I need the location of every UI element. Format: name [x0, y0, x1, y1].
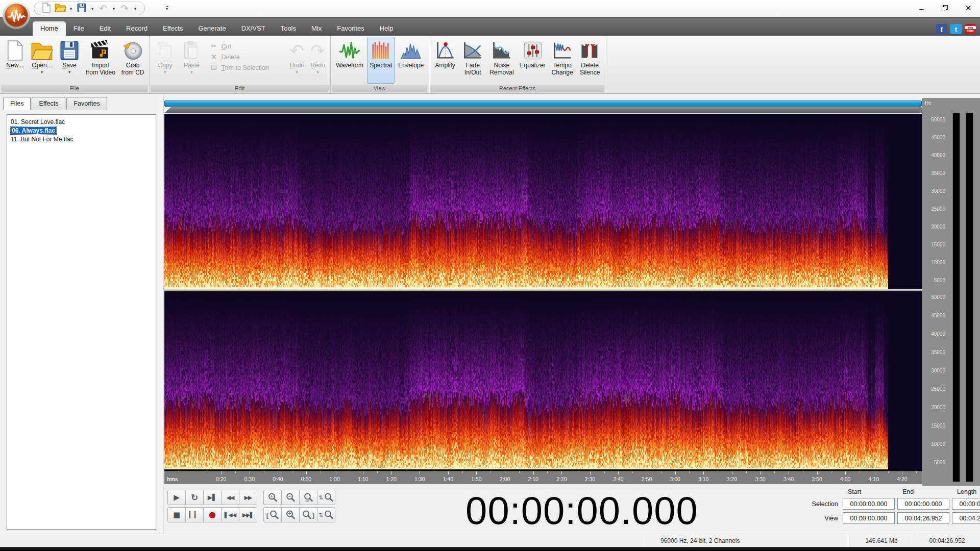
transport-stop-button[interactable]: ■ — [167, 507, 186, 522]
transport-go-to-start-button[interactable]: ▌◀◀ — [221, 507, 239, 522]
ribbon-tab-home[interactable]: Home — [33, 21, 66, 36]
ribbon-tab-dxvst[interactable]: DX/VST — [234, 21, 273, 36]
ribbon-button-delete[interactable]: ✕Delete — [210, 54, 281, 61]
waveform-icon — [338, 39, 361, 62]
ribbon-button-import-from-video[interactable]: Importfrom Video — [83, 37, 118, 84]
ribbon-button-fade-in-out[interactable]: FadeIn/Out — [459, 37, 486, 84]
toolbar-options-icon: ▾ — [166, 6, 168, 11]
transport-pause-button[interactable]: ▎▎ — [185, 507, 204, 522]
ribbon-button-paste[interactable]: Paste▾ — [179, 37, 204, 84]
undo-dropdown-arrow[interactable]: ▾ — [296, 70, 298, 74]
zoom-vertical-out-button[interactable]: ⇅ — [317, 507, 335, 522]
file-list[interactable]: 01. Secret Love.flac06. Always.flac11. B… — [7, 114, 156, 530]
file-list-item[interactable]: 11. But Not For Me.flac — [9, 135, 154, 143]
ribbon-button-equalizer[interactable]: Equalizer — [518, 37, 548, 84]
file-list-item[interactable]: 06. Always.flac — [9, 126, 154, 135]
selection-end-field[interactable] — [897, 498, 949, 510]
play-to-end-icon: ▶▌ — [208, 494, 217, 500]
time-display: 00:00:00.000 — [434, 489, 730, 532]
view-end-field[interactable] — [897, 512, 949, 524]
zoom-100-button[interactable]: 100 — [299, 490, 317, 505]
ribbon-tab-edit[interactable]: Edit — [92, 21, 118, 36]
toolbar-options-button[interactable]: ▾ — [161, 3, 173, 13]
zoom-selection-button[interactable]: + — [281, 507, 300, 522]
open-file-dropdown-arrow[interactable]: ▾ — [68, 6, 74, 11]
facebook-icon[interactable]: f — [936, 24, 947, 34]
zoom-selection-start-button[interactable]: [ — [263, 507, 282, 522]
playhead-marker[interactable] — [164, 107, 171, 113]
view-start-field[interactable] — [843, 512, 895, 524]
ribbon-button-amplify[interactable]: Amplify — [432, 37, 458, 84]
ribbon-tab-mix[interactable]: Mix — [304, 21, 329, 36]
ribbon-button-trim-to-selection[interactable]: Trim to Selection — [210, 64, 281, 71]
twitter-icon[interactable]: t — [950, 24, 962, 34]
transport-go-to-end-button[interactable]: ▶▶▌ — [239, 507, 257, 522]
ribbon-button-new[interactable]: New... — [3, 37, 27, 84]
zoom-out-button[interactable]: − — [281, 490, 300, 505]
save-file-dropdown-arrow[interactable]: ▾ — [89, 6, 95, 11]
undo-dropdown-arrow[interactable]: ▾ — [111, 6, 117, 11]
ribbon-button-copy[interactable]: Copy▾ — [152, 37, 178, 84]
spectrogram-right-channel[interactable] — [164, 291, 922, 469]
copy-dropdown-arrow[interactable]: ▾ — [164, 70, 166, 74]
panel-tab-favorites[interactable]: Favorites — [66, 97, 107, 110]
time-ruler[interactable]: hms 0:200:300:400:501:001:101:201:301:40… — [164, 471, 922, 484]
ribbon-button-waveform[interactable]: Waveform — [333, 37, 366, 84]
undo-button[interactable]: ↶ — [97, 3, 109, 14]
app-logo-button[interactable] — [2, 1, 31, 30]
close-button[interactable]: ✕ — [957, 0, 980, 16]
ribbon-tab-favorites[interactable]: Favorites — [329, 21, 372, 36]
minimize-button[interactable]: – — [910, 0, 933, 16]
ribbon-tab-help[interactable]: Help — [372, 21, 401, 36]
new-file-button[interactable] — [40, 3, 53, 14]
ribbon-button-delete-silence[interactable]: DeleteSilence — [577, 37, 603, 84]
ribbon-button-envelope[interactable]: Envelope — [396, 37, 426, 84]
view-length-field[interactable] — [952, 512, 980, 524]
transport-record-button[interactable]: ● — [203, 507, 222, 522]
selection-length-field[interactable] — [952, 498, 980, 510]
ribbon-button-open[interactable]: Open...▾ — [28, 37, 56, 84]
panel-tab-effects[interactable]: Effects — [32, 97, 65, 110]
redo-button[interactable]: ↷ — [118, 3, 131, 14]
transport-rewind-button[interactable]: ◀◀ — [221, 490, 239, 505]
spectrogram-left-channel[interactable] — [164, 114, 922, 289]
selection-view-panel: StartEndLengthSelectionView — [802, 488, 980, 524]
paste-dropdown-arrow[interactable]: ▾ — [190, 70, 192, 74]
zoom-in-button[interactable]: + — [263, 490, 282, 505]
zoom-selection-end-button[interactable]: ] — [299, 507, 317, 522]
app-logo-icon — [2, 1, 31, 30]
maximize-button[interactable] — [933, 0, 957, 16]
ribbon-tab-generate[interactable]: Generate — [190, 21, 233, 36]
ribbon-button-grab-from-cd[interactable]: Grabfrom CD — [119, 37, 147, 84]
panel-tabs: FilesEffectsFavorites — [3, 97, 108, 110]
transport-fast-forward-button[interactable]: ▶▶ — [239, 490, 257, 505]
ribbon-button-cut[interactable]: ✂Cut — [210, 43, 281, 50]
ribbon-button-undo[interactable]: ↶Undo▾ — [287, 37, 307, 84]
ribbon-button-redo[interactable]: ↷Redo▾ — [308, 37, 328, 84]
transport-play-to-end-button[interactable]: ▶▌ — [203, 490, 222, 505]
ribbon-tab-file[interactable]: File — [66, 21, 92, 36]
redo-dropdown-arrow[interactable]: ▾ — [132, 6, 138, 11]
open-file-button[interactable] — [54, 3, 66, 14]
horizontal-scrollbar[interactable] — [164, 101, 922, 107]
save-dropdown-arrow[interactable]: ▾ — [68, 70, 70, 74]
ribbon-button-noise-removal[interactable]: NoiseRemoval — [487, 37, 516, 84]
transport-play-button[interactable]: ▶ — [167, 490, 186, 505]
ribbon-button-spectral[interactable]: Spectral — [367, 37, 395, 84]
redo-dropdown-arrow[interactable]: ▾ — [317, 70, 319, 74]
transport-loop-button[interactable]: ↻ — [185, 490, 204, 505]
pause-icon: ▎▎ — [189, 512, 200, 518]
save-file-button[interactable] — [76, 3, 88, 14]
youtube-icon[interactable]: YouTube — [965, 24, 976, 34]
panel-tab-files[interactable]: Files — [3, 97, 31, 110]
ribbon-tab-record[interactable]: Record — [118, 21, 155, 36]
marker-strip[interactable] — [164, 107, 922, 113]
ribbon-tab-tools[interactable]: Tools — [273, 21, 304, 36]
ribbon-tab-effects[interactable]: Effects — [155, 21, 191, 36]
selection-start-field[interactable] — [843, 498, 895, 510]
ribbon-button-tempo-change[interactable]: TempoChange — [549, 37, 576, 84]
zoom-vertical-in-button[interactable]: ⇅ — [317, 490, 335, 505]
ribbon-button-save[interactable]: Save▾ — [57, 37, 82, 84]
open-dropdown-arrow[interactable]: ▾ — [41, 70, 43, 74]
file-list-item[interactable]: 01. Secret Love.flac — [9, 117, 154, 126]
